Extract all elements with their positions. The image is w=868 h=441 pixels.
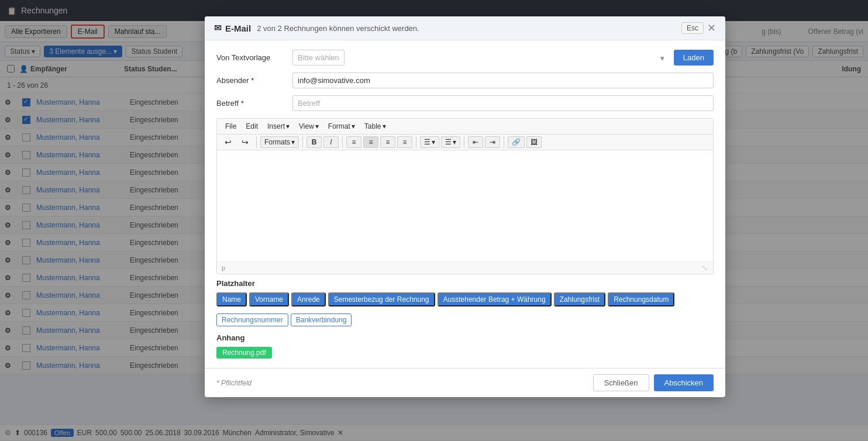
placeholder-name[interactable]: Name	[216, 292, 247, 306]
toolbar-divider	[342, 136, 343, 148]
table-menu[interactable]: Table ▾	[360, 120, 391, 132]
indent-button[interactable]: ⇥	[485, 136, 500, 148]
modal-header: ✉ E-Mail 2 von 2 Rechnungen können versc…	[205, 16, 725, 40]
toolbar-divider	[416, 136, 416, 148]
von-textvorlage-label: Von Textvorlage	[216, 53, 292, 62]
format-menu[interactable]: Format ▾	[323, 120, 360, 132]
image-button[interactable]: 🖼	[526, 136, 542, 148]
placeholder-semesterbezug[interactable]: Semesterbezug der Rechnung	[328, 292, 435, 306]
placeholder-ausstehender-betrag[interactable]: Ausstehender Betrag + Währung	[438, 292, 552, 306]
toolbar-divider	[256, 136, 257, 148]
editor-content[interactable]	[217, 150, 713, 261]
placeholder-zahlungsfrist[interactable]: Zahlungsfrist	[554, 292, 606, 306]
format-chevron-icon: ▾	[352, 122, 355, 130]
olist-chevron-icon: ▾	[453, 138, 456, 146]
editor-status-p: p	[222, 264, 225, 271]
placeholder-vorname[interactable]: Vorname	[249, 292, 289, 306]
resize-handle[interactable]: ⤡	[701, 263, 708, 273]
modal-footer: * Pflichtfeld Schließen Abschicken	[205, 368, 725, 397]
insert-menu[interactable]: Insert ▾	[263, 120, 294, 132]
placeholder-rechnungsdatum[interactable]: Rechnungsdatum	[608, 292, 674, 306]
modal-body: Von Textvorlage Bitte wählen ▾ Laden Abs…	[205, 40, 725, 368]
placeholder-tags: Name Vorname Anrede Semesterbezug der Re…	[216, 292, 714, 306]
align-right-button[interactable]: ≡	[380, 136, 395, 148]
abschicken-button[interactable]: Abschicken	[654, 374, 714, 391]
align-center-button[interactable]: ≡	[363, 136, 378, 148]
file-menu[interactable]: File	[221, 120, 241, 132]
ordered-list-button[interactable]: ☰ ▾	[441, 136, 460, 148]
editor-menubar: File Edit Insert ▾ View ▾ Format ▾	[217, 119, 713, 135]
absender-label: Absender *	[216, 76, 292, 85]
table-chevron-icon: ▾	[383, 122, 386, 130]
placeholder-anrede[interactable]: Anrede	[291, 292, 326, 306]
insert-chevron-icon: ▾	[286, 122, 290, 130]
attachment-file[interactable]: Rechnung.pdf	[216, 347, 272, 359]
select-container: Bitte wählen ▾	[292, 50, 669, 66]
link-button[interactable]: 🔗	[508, 136, 525, 148]
view-menu[interactable]: View ▾	[294, 120, 323, 132]
email-modal: ✉ E-Mail 2 von 2 Rechnungen können versc…	[205, 16, 725, 397]
edit-menu[interactable]: Edit	[241, 120, 263, 132]
toolbar-divider	[504, 136, 504, 148]
formats-chevron-icon: ▾	[291, 138, 295, 146]
esc-button[interactable]: Esc	[681, 22, 704, 34]
platzhalter-title: Platzhalter	[216, 279, 714, 288]
formats-dropdown[interactable]: Formats ▾	[260, 136, 299, 148]
unordered-list-button[interactable]: ☰ ▾	[420, 136, 439, 148]
schliessen-button[interactable]: Schließen	[593, 374, 649, 391]
footer-buttons: Schließen Abschicken	[593, 374, 714, 391]
toolbar-divider	[464, 136, 464, 148]
bold-button[interactable]: B	[306, 136, 322, 148]
align-justify-button[interactable]: ≡	[397, 136, 412, 148]
editor-statusbar: p ⤡	[217, 261, 713, 274]
betreff-row: Betreff *	[216, 95, 714, 111]
select-chevron-icon: ▾	[660, 53, 664, 62]
betreff-input[interactable]	[292, 95, 714, 111]
required-note: * Pflichtfeld	[216, 379, 252, 387]
redo-button[interactable]: ↪	[237, 136, 253, 148]
betreff-label: Betreff *	[216, 99, 292, 108]
modal-close-button[interactable]: ✕	[707, 23, 716, 33]
outdent-button[interactable]: ⇤	[468, 136, 483, 148]
undo-button[interactable]: ↩	[221, 136, 236, 148]
placeholder-tags-outline: Rechnungsnummer Bankverbindung	[216, 313, 714, 326]
italic-button[interactable]: I	[323, 136, 339, 148]
placeholder-bankverbindung[interactable]: Bankverbindung	[291, 313, 352, 326]
email-modal-icon: ✉	[214, 23, 222, 33]
editor-area: File Edit Insert ▾ View ▾ Format ▾	[216, 118, 714, 274]
modal-subtitle: 2 von 2 Rechnungen können verschickt wer…	[257, 24, 419, 33]
editor-toolbar: ↩ ↪ Formats ▾ B I ≡ ≡ ≡ ≡	[217, 135, 713, 150]
textvorlage-select[interactable]: Bitte wählen	[292, 50, 345, 66]
von-textvorlage-row: Von Textvorlage Bitte wählen ▾ Laden	[216, 50, 714, 66]
modal-title: ✉ E-Mail 2 von 2 Rechnungen können versc…	[214, 23, 419, 33]
view-chevron-icon: ▾	[315, 122, 319, 130]
von-textvorlage-select-wrap: Bitte wählen ▾ Laden	[292, 50, 714, 66]
placeholder-rechnungsnummer[interactable]: Rechnungsnummer	[216, 313, 288, 326]
modal-header-right: Esc ✕	[681, 22, 716, 34]
laden-button[interactable]: Laden	[674, 50, 714, 66]
align-left-button[interactable]: ≡	[346, 136, 361, 148]
page-background: 📋 Rechnungen Alle Exportieren E-Mail Mah…	[0, 0, 868, 441]
toolbar-divider	[302, 136, 303, 148]
list-chevron-icon: ▾	[432, 138, 435, 146]
anhang-title: Anhang	[216, 333, 714, 342]
absender-input[interactable]	[292, 73, 714, 88]
absender-row: Absender *	[216, 73, 714, 88]
